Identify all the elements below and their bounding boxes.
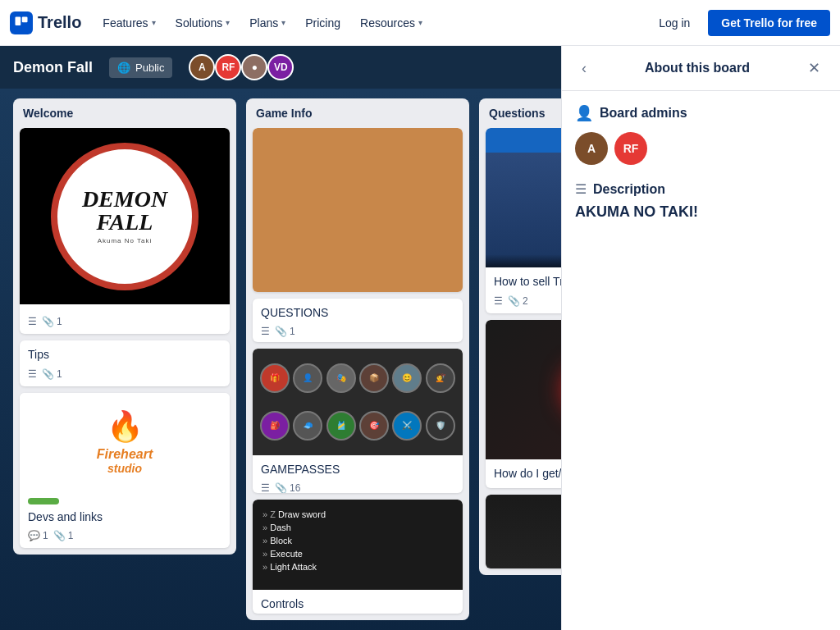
globe-icon: 🌐	[117, 62, 130, 74]
admin-avatar-rf[interactable]: RF	[614, 132, 647, 165]
admins-section: 👤 Board admins A RF	[575, 104, 827, 165]
panel-header: ‹ About this board ✕	[562, 46, 840, 91]
board-title: Demon Fall	[13, 59, 93, 76]
attachment-badge: 📎 1	[275, 326, 295, 337]
nav-pricing[interactable]: Pricing	[297, 11, 349, 34]
attachment-icon: 📎	[275, 482, 287, 493]
attachment-badge: 📎 16	[275, 482, 300, 493]
attachment-badge: 📎 1	[53, 530, 74, 541]
gamepasses-image: 🎁 👤 🎭 📦 😊 💇 🎒 🧢 🎽 🎯 ⚔️ 🛡️	[253, 349, 463, 455]
fireheart-image: 🔥 Fireheart studio	[20, 393, 230, 491]
list-cards-game-info: QUESTIONS ☰ 📎 1 🎁 👤	[246, 128, 469, 620]
demon-fall-image: DEMON FALL Akuma No Taki	[20, 128, 230, 304]
panel-back-button[interactable]: ‹	[575, 57, 593, 80]
trello-logo[interactable]: Trello	[10, 11, 81, 34]
description-icon: ☰	[494, 295, 503, 307]
nav-actions: Log in Get Trello for free	[647, 10, 830, 36]
description-icon: ☰	[28, 368, 37, 380]
card-title: QUESTIONS	[261, 305, 454, 322]
item-circle: 👤	[293, 363, 322, 393]
card-title: Devs and links	[28, 509, 221, 526]
description-icon: ☰	[28, 316, 37, 327]
card-badges: ☰ 📎 16	[261, 482, 454, 493]
item-circle: 🎁	[260, 363, 290, 393]
svg-rect-1	[22, 16, 28, 22]
item-circle: ⚔️	[392, 411, 422, 441]
chevron-down-icon: ▾	[418, 18, 422, 27]
list-title-game-info: Game Info	[246, 98, 469, 128]
item-circle: 📦	[359, 363, 389, 393]
card-title: Controls	[261, 596, 454, 613]
description-badge: ☰	[494, 295, 503, 307]
admin-avatar[interactable]: A	[575, 132, 608, 165]
avatar[interactable]: ●	[241, 54, 267, 80]
card-tips[interactable]: Tips ☰ 📎 1	[20, 340, 230, 386]
item-circle: 🎽	[326, 411, 356, 441]
nav-links: Features ▾ Solutions ▾ Plans ▾ Pricing R…	[94, 11, 647, 34]
chevron-down-icon: ▾	[226, 18, 230, 27]
get-trello-button[interactable]: Get Trello for free	[708, 10, 830, 36]
item-circle: 🛡️	[426, 411, 455, 441]
attachment-icon: 📎	[275, 326, 287, 337]
description-badge: ☰	[261, 326, 270, 337]
card-badges: ☰ 📎 1	[28, 368, 221, 380]
card-badges: 💬 1 📎 1	[28, 530, 221, 541]
card-badges: ☰ 📎 1	[261, 326, 454, 337]
board-visibility-button[interactable]: 🌐 Public	[109, 57, 172, 78]
item-circle: 🎯	[359, 411, 389, 441]
item-circle: 🎒	[260, 411, 290, 441]
fireheart-logo: 🔥 Fireheart studio	[97, 409, 153, 475]
admins-title: Board admins	[600, 106, 687, 121]
card-body: GAMEPASSES ☰ 📎 16	[253, 455, 463, 494]
description-icon: ☰	[261, 326, 270, 337]
description-badge: ☰	[28, 316, 37, 327]
description-section-header: ☰ Description	[575, 181, 827, 197]
avatar[interactable]: VD	[267, 54, 294, 80]
nav-features[interactable]: Features ▾	[94, 11, 163, 34]
trello-logo-icon	[10, 11, 33, 34]
person-icon: 👤	[575, 104, 593, 122]
attachment-icon: 📎	[53, 530, 66, 541]
demon-fall-logo: DEMON FALL Akuma No Taki	[51, 143, 199, 290]
avatar[interactable]: A	[189, 54, 215, 80]
avatar[interactable]: RF	[215, 54, 241, 80]
item-circle: 😊	[392, 363, 422, 393]
card-body: ☰ 📎 1	[20, 304, 230, 334]
svg-rect-0	[16, 16, 21, 25]
list-title-welcome: Welcome	[13, 98, 236, 128]
card-body: Tips ☰ 📎 1	[20, 340, 230, 386]
card-body: QUESTIONS ☰ 📎 1	[253, 299, 463, 342]
description-icon: ☰	[575, 181, 587, 197]
login-button[interactable]: Log in	[647, 11, 701, 34]
nav-plans[interactable]: Plans ▾	[241, 11, 294, 34]
card-game-info-img[interactable]	[253, 128, 463, 292]
admins-section-header: 👤 Board admins	[575, 104, 827, 122]
panel-title: About this board	[593, 61, 801, 75]
card-body: Controls	[253, 590, 463, 614]
card-label	[28, 498, 59, 504]
description-text: AKUMA NO TAKI!	[575, 203, 827, 221]
right-panel: ‹ About this board ✕ 👤 Board admins A RF…	[561, 46, 840, 630]
card-body: Devs and links 💬 1 📎 1	[20, 491, 230, 549]
attachment-icon: 📎	[42, 368, 54, 380]
card-controls[interactable]: » Z Draw sword » Dash » Block » Execute …	[253, 500, 463, 614]
attachment-icon: 📎	[508, 295, 520, 307]
card-demon-fall-logo[interactable]: DEMON FALL Akuma No Taki ☰ 📎 1	[20, 128, 230, 334]
nav-resources[interactable]: Resources ▾	[352, 11, 431, 34]
panel-close-button[interactable]: ✕	[801, 56, 827, 80]
list-welcome: Welcome DEMON FALL Akuma No Taki	[13, 98, 236, 555]
item-circle: 💇	[426, 363, 455, 393]
list-game-info: Game Info QUESTIONS ☰ 📎 1	[246, 98, 469, 620]
demon-fall-text: DEMON FALL Akuma No Taki	[82, 188, 167, 244]
comments-badge: 💬 1	[28, 530, 48, 541]
attachment-badge: 📎 2	[508, 295, 528, 307]
chevron-down-icon: ▾	[281, 18, 285, 27]
controls-image: » Z Draw sword » Dash » Block » Execute …	[253, 500, 463, 590]
card-badges: ☰ 📎 1	[28, 316, 221, 327]
description-badge: ☰	[28, 368, 37, 380]
card-gamepasses[interactable]: 🎁 👤 🎭 📦 😊 💇 🎒 🧢 🎽 🎯 ⚔️ 🛡️ GAMEPASSES	[253, 349, 463, 494]
card-questions[interactable]: QUESTIONS ☰ 📎 1	[253, 299, 463, 342]
nav-solutions[interactable]: Solutions ▾	[167, 11, 239, 34]
card-devs-links[interactable]: 🔥 Fireheart studio Devs and links 💬 1	[20, 393, 230, 549]
attachment-badge: 📎 1	[42, 368, 62, 380]
